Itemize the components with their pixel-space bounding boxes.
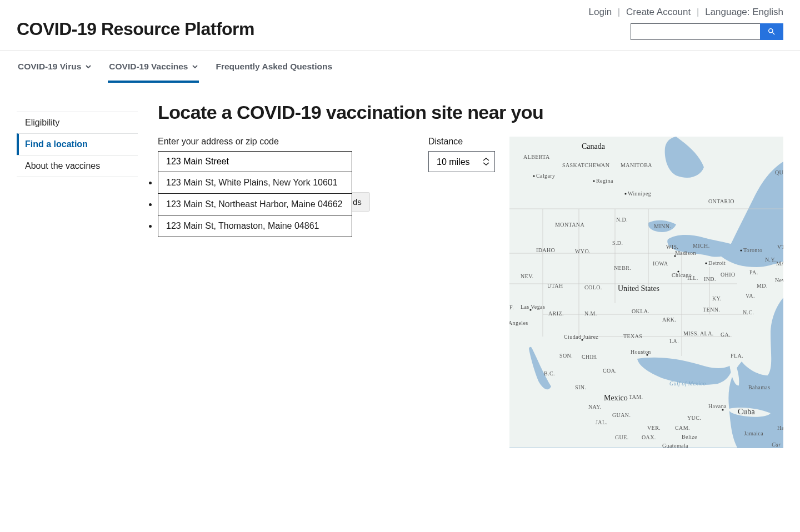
map-label: ALA. [700,330,714,337]
map-column: Canada United States Mexico ALBERTA SASK… [509,137,783,448]
separator: | [693,7,702,17]
map-city: Las Vegas [521,304,545,310]
map-label-country: Mexico [604,394,628,402]
nav-label: COVID-19 Virus [18,62,81,72]
map-carib: Jamaica [744,430,763,436]
map-label: OHIO [721,272,736,278]
distance-select-wrap: 10 miles [428,151,495,172]
nav-covid-virus[interactable]: COVID-19 Virus [17,52,92,83]
search-button[interactable] [760,23,783,40]
map-label: NAY. [588,404,602,410]
map-gulf: Gulf of Mexico [669,380,706,387]
map-label: IND. [704,276,716,282]
main: Locate a COVID-19 vaccination site near … [158,102,783,448]
sidenav-item-eligibility[interactable]: Eligibility [17,112,138,133]
map-label: COA. [603,368,617,374]
map-city: Calgary [536,173,555,179]
map-city: Chicago [672,272,692,278]
map-label: MISS. [683,330,699,337]
map-label: NEBR. [614,265,631,271]
map-f: F. [509,304,514,310]
svg-point-21 [740,249,742,251]
map-label: ARIZ. [548,310,564,317]
map-label: IDAHO [536,247,555,253]
map-label: N.Y. [765,257,776,263]
main-nav: COVID-19 Virus COVID-19 Vaccines Frequen… [0,52,800,83]
map-carib: Havana [708,403,727,409]
create-account-link[interactable]: Create Account [626,7,691,17]
suggestion-item[interactable]: 123 Main St, White Plains, New York 1060… [158,172,352,194]
map-label: CHIH. [582,354,598,360]
content: Eligibility Find a location About the va… [0,83,800,470]
map-label: WYO. [575,248,591,254]
svg-point-14 [624,193,626,194]
map-label: SIN. [575,384,586,390]
nav-label: Frequently Asked Questions [216,62,332,72]
map-label: N.C. [743,309,754,315]
map-label: WIS. [666,244,678,250]
nav-covid-vaccines[interactable]: COVID-19 Vaccines [108,52,199,83]
map-city: Toronto [743,247,762,253]
site-search [631,23,783,40]
map-label: TEXAS [623,333,642,339]
map-carib: Guatemala [662,443,688,448]
locator-form: Enter your address or zip code 123 Main … [158,137,783,448]
map-svg: Canada United States Mexico ALBERTA SASK… [509,137,783,448]
top-links: Login | Create Account | Language: Engli… [589,7,783,18]
map-label-country: Canada [582,142,606,150]
map-label: VA. [746,293,755,299]
distance-group: Distance 10 miles [428,137,495,172]
map-label: IOWA [653,260,668,267]
separator: | [614,7,623,17]
map-label: FLA. [731,353,743,359]
map-label: SON. [559,353,573,359]
svg-point-17 [705,262,707,264]
map-carib: Cuba [738,408,756,416]
map-city: Regina [596,178,613,184]
map-carib: Ha [777,425,783,431]
search-icon [767,27,776,36]
language-link[interactable]: Language: English [705,7,783,17]
map-label: GUE. [615,434,629,440]
map-label: OKLA. [632,308,649,314]
search-input[interactable] [631,23,760,40]
map-label: ALBERTA [523,154,550,160]
address-label: Enter your address or zip code [158,137,414,147]
map-label: GA. [721,332,731,338]
map-carib: Car [772,441,781,448]
sidenav-item-about-vaccines[interactable]: About the vaccines [17,155,138,177]
sidenav-item-find-location[interactable]: Find a location [17,133,138,155]
map-label: ONTARIO [708,198,734,204]
map-carib: Bahamas [748,384,770,390]
header-right: Login | Create Account | Language: Engli… [589,7,783,40]
map-label: KY. [712,295,722,302]
map-label: UTAH [547,283,563,289]
nav-faq[interactable]: Frequently Asked Questions [214,52,333,83]
map-label: LA. [669,338,679,344]
map-label: MICH. [693,243,710,249]
map[interactable]: Canada United States Mexico ALBERTA SASK… [509,137,783,448]
map-carib: Belize [682,434,697,440]
map-label: YUC. [687,415,701,421]
map-label: PA. [749,269,758,275]
map-label: MONTANA [555,222,584,228]
address-input[interactable] [158,151,352,172]
map-city: Winnipeg [628,190,651,197]
chevron-down-icon [86,65,91,68]
site-title: COVID-19 Resource Platform [17,19,254,39]
map-label: ARK. [662,317,676,323]
suggestion-item[interactable]: 123 Main St, Thomaston, Maine 04861 [158,215,352,237]
map-label: CAM. [675,425,690,431]
address-group: Enter your address or zip code [158,137,414,172]
map-label: OAX. [642,434,656,440]
map-label: N.M. [584,310,597,317]
map-label: VT [777,244,783,250]
map-label: B.C. [544,370,555,377]
map-label: SASKATCHEWAN [562,162,609,168]
map-label: COLO. [584,284,602,290]
map-label: MANITOBA [621,162,652,168]
side-nav: Eligibility Find a location About the va… [17,112,138,448]
login-link[interactable]: Login [589,7,612,17]
suggestion-item[interactable]: 123 Main St, Northeast Harbor, Maine 046… [158,194,352,215]
distance-select[interactable]: 10 miles [428,151,495,172]
